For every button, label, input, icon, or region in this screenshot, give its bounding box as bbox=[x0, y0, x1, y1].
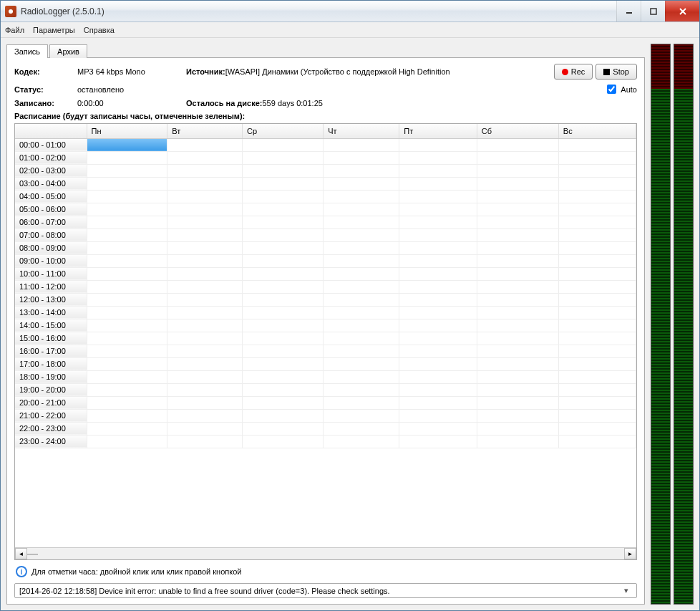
schedule-cell[interactable] bbox=[399, 254, 477, 267]
schedule-cell[interactable] bbox=[324, 306, 399, 319]
schedule-cell[interactable] bbox=[242, 332, 323, 345]
schedule-cell[interactable] bbox=[324, 190, 399, 203]
schedule-cell[interactable] bbox=[167, 164, 243, 177]
schedule-cell[interactable] bbox=[477, 254, 558, 267]
schedule-cell[interactable] bbox=[167, 396, 243, 409]
schedule-cell[interactable] bbox=[477, 345, 558, 357]
schedule-cell[interactable] bbox=[167, 190, 243, 203]
schedule-cell[interactable] bbox=[87, 435, 167, 448]
schedule-cell[interactable] bbox=[477, 435, 558, 448]
schedule-cell[interactable] bbox=[558, 254, 636, 267]
schedule-cell[interactable] bbox=[87, 164, 167, 177]
schedule-cell[interactable] bbox=[477, 190, 558, 203]
schedule-cell[interactable] bbox=[324, 332, 399, 345]
day-header[interactable]: Вт bbox=[167, 124, 243, 138]
hour-cell[interactable]: 04:00 - 05:00 bbox=[15, 190, 87, 203]
auto-checkbox[interactable] bbox=[607, 85, 616, 94]
hour-cell[interactable]: 03:00 - 04:00 bbox=[15, 177, 87, 190]
schedule-cell[interactable] bbox=[324, 254, 399, 267]
schedule-cell[interactable] bbox=[167, 138, 243, 151]
day-header[interactable]: Пн bbox=[87, 124, 167, 138]
schedule-cell[interactable] bbox=[558, 177, 636, 190]
schedule-cell[interactable] bbox=[399, 409, 477, 422]
schedule-cell[interactable] bbox=[477, 280, 558, 293]
schedule-cell[interactable] bbox=[167, 422, 243, 435]
hour-cell[interactable]: 22:00 - 23:00 bbox=[15, 422, 87, 435]
menu-params[interactable]: Параметры bbox=[33, 26, 75, 34]
schedule-cell[interactable] bbox=[399, 345, 477, 357]
close-button[interactable] bbox=[665, 1, 699, 21]
schedule-cell[interactable] bbox=[242, 280, 323, 293]
schedule-cell[interactable] bbox=[558, 203, 636, 216]
schedule-cell[interactable] bbox=[167, 280, 243, 293]
schedule-cell[interactable] bbox=[87, 319, 167, 332]
schedule-cell[interactable] bbox=[558, 267, 636, 280]
schedule-cell[interactable] bbox=[87, 383, 167, 396]
schedule-cell[interactable] bbox=[558, 280, 636, 293]
chevron-down-icon[interactable]: ▾ bbox=[621, 586, 632, 595]
schedule-cell[interactable] bbox=[558, 319, 636, 332]
menu-file[interactable]: Файл bbox=[5, 26, 24, 34]
schedule-cell[interactable] bbox=[558, 435, 636, 448]
titlebar[interactable]: RadioLogger (2.5.0.1) bbox=[1, 1, 699, 22]
schedule-cell[interactable] bbox=[558, 345, 636, 357]
hour-cell[interactable]: 23:00 - 24:00 bbox=[15, 435, 87, 448]
minimize-button[interactable] bbox=[616, 1, 641, 21]
schedule-cell[interactable] bbox=[399, 357, 477, 370]
auto-checkbox-wrap[interactable]: Auto bbox=[604, 82, 637, 96]
schedule-cell[interactable] bbox=[399, 319, 477, 332]
schedule-cell[interactable] bbox=[87, 422, 167, 435]
schedule-cell[interactable] bbox=[399, 332, 477, 345]
schedule-cell[interactable] bbox=[558, 357, 636, 370]
schedule-cell[interactable] bbox=[399, 138, 477, 151]
day-header[interactable]: Ср bbox=[242, 124, 323, 138]
schedule-cell[interactable] bbox=[399, 383, 477, 396]
schedule-cell[interactable] bbox=[558, 138, 636, 151]
hour-cell[interactable]: 02:00 - 03:00 bbox=[15, 164, 87, 177]
schedule-cell[interactable] bbox=[242, 396, 323, 409]
schedule-cell[interactable] bbox=[324, 383, 399, 396]
schedule-cell[interactable] bbox=[477, 422, 558, 435]
schedule-cell[interactable] bbox=[558, 332, 636, 345]
hour-cell[interactable]: 19:00 - 20:00 bbox=[15, 383, 87, 396]
schedule-cell[interactable] bbox=[167, 241, 243, 254]
schedule-cell[interactable] bbox=[558, 190, 636, 203]
rec-button[interactable]: Rec bbox=[554, 64, 593, 80]
schedule-cell[interactable] bbox=[87, 138, 167, 151]
schedule-cell[interactable] bbox=[242, 190, 323, 203]
schedule-cell[interactable] bbox=[399, 435, 477, 448]
schedule-cell[interactable] bbox=[477, 216, 558, 228]
schedule-cell[interactable] bbox=[167, 254, 243, 267]
hour-cell[interactable]: 11:00 - 12:00 bbox=[15, 280, 87, 293]
schedule-cell[interactable] bbox=[242, 306, 323, 319]
schedule-cell[interactable] bbox=[87, 306, 167, 319]
schedule-cell[interactable] bbox=[324, 216, 399, 228]
schedule-cell[interactable] bbox=[242, 177, 323, 190]
schedule-cell[interactable] bbox=[324, 267, 399, 280]
schedule-cell[interactable] bbox=[87, 151, 167, 164]
schedule-cell[interactable] bbox=[242, 216, 323, 228]
schedule-cell[interactable] bbox=[477, 164, 558, 177]
schedule-cell[interactable] bbox=[399, 216, 477, 228]
schedule-cell[interactable] bbox=[324, 177, 399, 190]
schedule-cell[interactable] bbox=[558, 370, 636, 383]
hour-cell[interactable]: 01:00 - 02:00 bbox=[15, 151, 87, 164]
schedule-cell[interactable] bbox=[87, 254, 167, 267]
maximize-button[interactable] bbox=[641, 1, 665, 21]
schedule-cell[interactable] bbox=[167, 151, 243, 164]
schedule-cell[interactable] bbox=[167, 306, 243, 319]
schedule-cell[interactable] bbox=[558, 241, 636, 254]
schedule-cell[interactable] bbox=[242, 151, 323, 164]
schedule-cell[interactable] bbox=[87, 357, 167, 370]
schedule-cell[interactable] bbox=[242, 409, 323, 422]
schedule-cell[interactable] bbox=[399, 370, 477, 383]
stop-button[interactable]: Stop bbox=[596, 64, 637, 80]
schedule-cell[interactable] bbox=[242, 383, 323, 396]
horizontal-scrollbar[interactable]: ◄ ► bbox=[15, 547, 636, 559]
schedule-cell[interactable] bbox=[324, 345, 399, 357]
hour-cell[interactable]: 00:00 - 01:00 bbox=[15, 138, 87, 151]
schedule-cell[interactable] bbox=[167, 293, 243, 306]
schedule-cell[interactable] bbox=[399, 164, 477, 177]
schedule-cell[interactable] bbox=[324, 319, 399, 332]
schedule-cell[interactable] bbox=[324, 396, 399, 409]
